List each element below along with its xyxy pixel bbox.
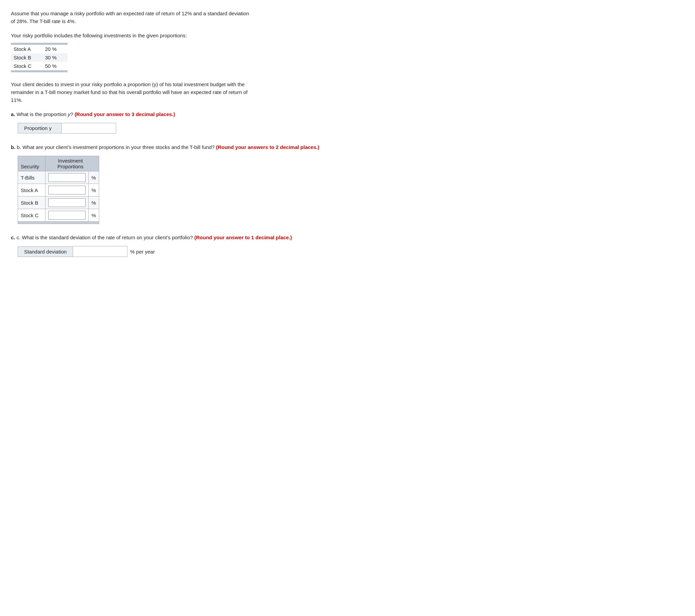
question-c-round-note: (Round your answer to 1 decimal place.) [194,234,292,240]
client-text: Your client decides to invest in your ri… [11,81,337,104]
table-row: T-Bills % [18,171,99,184]
question-a-label: a. What is the proportion y? (Round your… [11,110,337,118]
stock-b-inv-input[interactable] [48,198,86,207]
question-c-text: c. What is the standard deviation of the… [17,234,193,240]
stock-b-inv-pct: % [89,196,99,209]
stock-c-inv-label: Stock C [18,209,46,222]
stock-c-label: Stock C [11,62,43,70]
std-dev-input[interactable] [73,246,128,257]
stock-a-inv-input[interactable] [48,186,86,194]
question-c-letter: c. [11,234,15,240]
table-row: Stock C 50 % [11,62,68,70]
portfolio-table: Stock A 20 % Stock B 30 % Stock C 50 % [11,43,68,72]
investment-table: Security Investment Proportions T-Bills … [18,156,99,224]
proportion-y-label: Proportion y [18,123,62,134]
table-row: Stock B % [18,196,99,209]
stock-c-value: 50 % [43,62,68,70]
tbills-label: T-Bills [18,171,46,184]
stock-b-value: 30 % [43,53,68,62]
stock-b-label: Stock B [11,53,43,62]
inv-table-footer [18,222,99,224]
stock-c-inv-input[interactable] [48,211,86,219]
question-a-text-start: What is the proportion [17,111,68,117]
stock-a-value: 20 % [43,45,68,53]
intro-line1: Assume that you manage a risky portfolio… [11,11,249,16]
table-row: Stock A 20 % [11,45,68,53]
std-dev-label: Standard deviation [18,246,73,257]
client-line2: remainder in a T-bill money market fund … [11,89,248,95]
question-c-block: c. c. What is the standard deviation of … [11,233,337,257]
question-b-round-note: (Round your answers to 2 decimal places.… [216,144,319,150]
question-a-answer-row: Proportion y [18,123,337,134]
question-c-answer-row: Standard deviation % per year [18,246,337,257]
portfolio-intro-text: Your risky portfolio includes the follow… [11,33,187,38]
stock-a-label: Stock A [11,45,43,53]
question-b-letter: b. [11,144,15,150]
stock-c-inv-pct: % [89,209,99,222]
question-a-y: y [68,111,71,117]
tbills-input[interactable] [48,173,86,182]
tbills-pct: % [89,171,99,184]
question-a-letter: a. [11,111,15,117]
question-c-label: c. c. What is the standard deviation of … [11,233,337,241]
intro-paragraph: Assume that you manage a risky portfolio… [11,10,337,25]
question-b-text: b. What are your client’s investment pro… [17,144,215,150]
question-b-block: b. b. What are your client’s investment … [11,143,337,224]
stock-c-inv-input-cell[interactable] [46,209,89,222]
table-row: Stock A % [18,184,99,196]
stock-b-inv-input-cell[interactable] [46,196,89,209]
stock-a-inv-input-cell[interactable] [46,184,89,196]
stock-b-inv-label: Stock B [18,196,46,209]
question-a-block: a. What is the proportion y? (Round your… [11,110,337,134]
client-line3: 11%. [11,97,22,103]
portfolio-table-footer [11,70,68,72]
inv-table-header-security: Security [18,156,46,171]
intro-line2: of 28%. The T-bill rate is 4%. [11,18,76,24]
portfolio-intro: Your risky portfolio includes the follow… [11,32,337,39]
client-line1: Your client decides to invest in your ri… [11,82,244,87]
table-row: Stock C % [18,209,99,222]
tbills-input-cell[interactable] [46,171,89,184]
table-row: Stock B 30 % [11,53,68,62]
std-dev-suffix: % per year [130,249,155,254]
question-a-text-end: ? [70,111,75,117]
stock-a-inv-label: Stock A [18,184,46,196]
stock-a-inv-pct: % [89,184,99,196]
question-a-round-note: (Round your answer to 3 decimal places.) [75,111,175,117]
question-b-label: b. b. What are your client’s investment … [11,143,337,151]
inv-table-header-proportions: Investment Proportions [46,156,99,171]
proportion-y-input[interactable] [62,123,116,134]
